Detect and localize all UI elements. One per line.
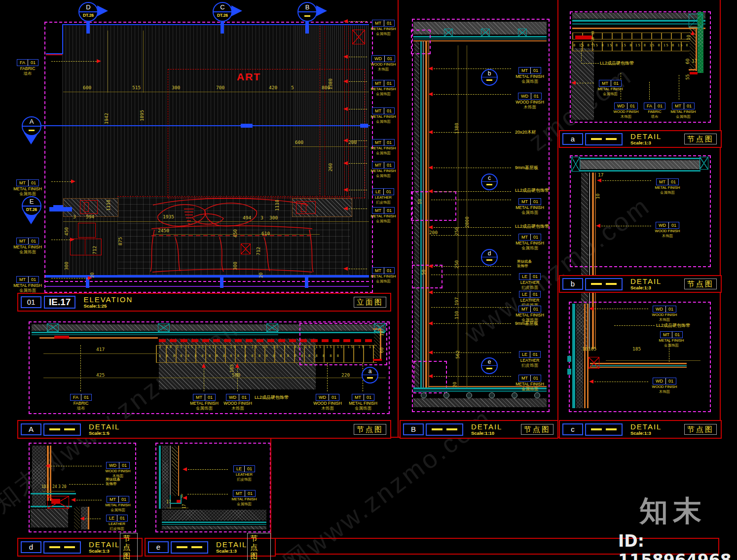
dim: 55 <box>685 74 690 80</box>
material-tag-le: LE01 LEATHER扪皮饰面 <box>512 271 548 290</box>
leader-arrow <box>587 380 593 384</box>
title-bar-e: e DETAIL Scale1:3 节点图 <box>145 538 276 557</box>
leader-line <box>431 168 511 168</box>
finish-label-ll2: LL2成品硬包饰带 <box>515 187 549 194</box>
dim: 712 <box>256 247 261 255</box>
outlet-box <box>241 244 251 254</box>
leader-line <box>51 181 71 182</box>
pocket-edge <box>696 27 697 71</box>
leader-line <box>431 200 511 200</box>
material-tag-fa: FA01 FABRIC墙布 <box>63 392 99 411</box>
material-tag-wd: WD01 WOOD FINISH木饰面 <box>310 392 345 411</box>
floor-layer <box>162 522 266 523</box>
view-number: 01 <box>21 296 41 308</box>
joist-box <box>444 29 453 36</box>
joist-box <box>481 29 490 36</box>
dim: 1110 <box>274 200 280 211</box>
material-tag-mt: MT01 METAL FINISH金属饰面 <box>652 176 683 195</box>
dim: 197 <box>454 297 459 306</box>
dim: 50 <box>421 270 426 275</box>
wall-finish <box>88 507 89 529</box>
marker-stem <box>86 22 90 34</box>
leader-arrow <box>181 496 187 500</box>
grid-stem <box>305 276 308 288</box>
finish-label-ll2: LL2成品硬包饰带 <box>600 60 634 67</box>
leader-line <box>431 376 511 377</box>
shelf-board <box>590 367 687 368</box>
leader-arrow <box>78 517 84 521</box>
material-tag-mt: MT01 METAL FINISH金属饰面 <box>512 232 548 250</box>
leader-arrow <box>88 276 94 280</box>
fixture-box <box>352 30 365 44</box>
title-bar-elevation: 01 IE.17 ELEVATION Scale1:25 立面图 <box>17 293 391 312</box>
material-tag-fa: FA01 FABRIC墙布 <box>10 57 45 76</box>
material-tag-mt: MT01 METAL FINISH金属饰面 <box>512 65 548 84</box>
detail-callout-e: e <box>481 357 498 374</box>
leader-arrow <box>426 166 433 170</box>
ceiling-layer <box>413 38 547 39</box>
pipe <box>443 392 449 398</box>
dim: 185 <box>229 364 234 373</box>
leader-line <box>600 180 651 181</box>
dim-line <box>143 31 144 93</box>
leader-line <box>83 519 101 519</box>
dim: 110 <box>454 311 459 319</box>
leader-line <box>346 209 367 209</box>
wall-finish <box>587 304 589 408</box>
section-marker-C: CDT.26 <box>213 2 242 34</box>
dim: 103 <box>41 485 48 489</box>
leader-line <box>431 323 511 324</box>
dim-line <box>43 353 159 354</box>
shelf-left-lamp <box>80 200 98 214</box>
dim: 300 <box>232 262 238 270</box>
leader-arrow <box>426 225 433 229</box>
material-tag-fa: FA01 FABRIC墙布 <box>639 101 670 119</box>
dim: 3 <box>73 214 76 219</box>
dim: 220 <box>341 372 350 378</box>
finish-label-ll2: LL2成品硬包饰带 <box>515 223 549 230</box>
leader-arrow <box>426 67 433 70</box>
leader-arrow <box>71 179 77 183</box>
dim: 3 <box>58 485 61 489</box>
note-wood2020: 20x20木材 <box>515 129 536 136</box>
wall-layer <box>572 304 575 408</box>
leader-arrow <box>595 178 601 182</box>
material-tag-mt: MT01 METAL FINISH金属饰面 <box>368 160 399 178</box>
material-tag-le: LE01 LEATHER扪皮饰面 <box>368 186 399 205</box>
shelf-right-lamp-inner <box>301 203 306 212</box>
leader-line <box>679 75 679 100</box>
dim: 300 <box>269 215 278 220</box>
title-bar-B: B DETAIL Scale1:10 节点图 <box>400 420 558 439</box>
pipe <box>512 392 517 398</box>
material-tag-mt: MT01 METAL FINISH金属饰面 <box>368 265 399 284</box>
site-logo: 知末 <box>639 492 706 530</box>
dim: 875 <box>117 237 123 245</box>
clip <box>567 369 571 375</box>
dim: 260 <box>328 163 333 172</box>
title-bar-b: b DETAIL Scale1:3 节点图 <box>559 275 722 293</box>
leader-arrow <box>426 92 433 96</box>
callout-box-c <box>411 191 456 221</box>
dim: 60 <box>379 348 384 353</box>
leader-line <box>346 190 367 190</box>
leader-arrow <box>426 264 433 268</box>
dim-line <box>63 92 369 92</box>
material-tag-wd: WD01 WOOD FINISH木饰面 <box>649 376 680 394</box>
ceiling-trim <box>413 40 547 41</box>
leader-arrow <box>341 207 348 210</box>
leader-arrow <box>70 238 76 242</box>
dim: 417 <box>96 347 105 352</box>
leader-line <box>327 363 328 391</box>
leader-line <box>592 309 648 309</box>
floor-layer <box>162 524 266 525</box>
material-tag-mt: MT01 METAL FINISH金属饰面 <box>368 18 399 36</box>
section-tick <box>360 124 368 128</box>
ledger <box>31 493 76 494</box>
panel-joint <box>325 26 325 199</box>
leader-arrow <box>341 19 348 23</box>
dim-pattern: 5 8 8 8 8 8 8 8 8 8 8 8 8 8 8 8 8 8 8 8 … <box>159 354 375 358</box>
dim: 17 <box>598 172 603 177</box>
dim: 17 <box>692 58 697 64</box>
leader-arrow <box>341 107 348 111</box>
title-bar-a: a DETAIL Scale1:3 节点图 <box>559 130 722 148</box>
